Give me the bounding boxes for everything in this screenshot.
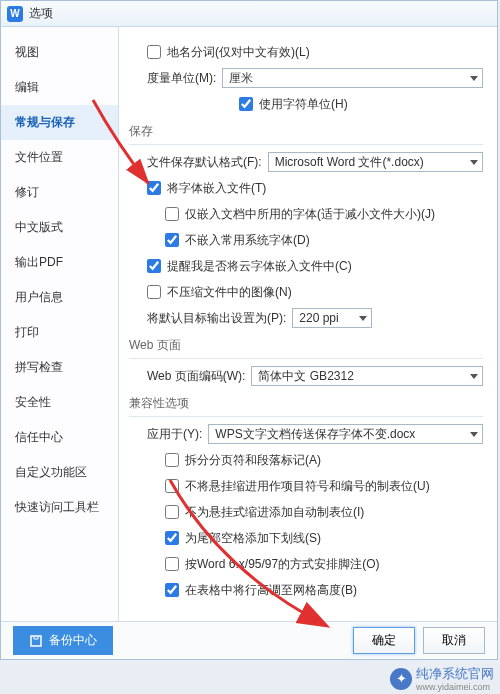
no-embed-common-checkbox[interactable] bbox=[165, 233, 179, 247]
sidebar: 视图编辑常规与保存文件位置修订中文版式输出PDF用户信息打印拼写检查安全性信任中… bbox=[1, 27, 119, 621]
watermark-url: www.yidaimei.com bbox=[416, 683, 494, 692]
section-web-title: Web 页面 bbox=[129, 337, 483, 359]
main-panel: 地名分词(仅对中文有效)(L) 度量单位(M): 厘米 使用字符单位(H) 保存… bbox=[119, 27, 497, 621]
sidebar-item[interactable]: 修订 bbox=[1, 175, 118, 210]
embed-only-used-checkbox[interactable] bbox=[165, 207, 179, 221]
sidebar-item[interactable]: 打印 bbox=[1, 315, 118, 350]
remind-cloud-checkbox[interactable] bbox=[147, 259, 161, 273]
sidebar-item[interactable]: 自定义功能区 bbox=[1, 455, 118, 490]
section-save-title: 保存 bbox=[129, 123, 483, 145]
titlebar: W 选项 bbox=[1, 1, 497, 27]
sidebar-item[interactable]: 输出PDF bbox=[1, 245, 118, 280]
compat-checkbox[interactable] bbox=[165, 453, 179, 467]
section-compat-title: 兼容性选项 bbox=[129, 395, 483, 417]
compat-label: 不将悬挂缩进用作项目符号和编号的制表位(U) bbox=[185, 478, 430, 495]
compat-label: 在表格中将行高调至网格高度(B) bbox=[185, 582, 357, 599]
default-output-select[interactable]: 220 ppi bbox=[292, 308, 372, 328]
compat-checkbox[interactable] bbox=[165, 583, 179, 597]
save-format-label: 文件保存默认格式(F): bbox=[147, 154, 262, 171]
sidebar-item[interactable]: 快速访问工具栏 bbox=[1, 490, 118, 525]
unit-select[interactable]: 厘米 bbox=[222, 68, 483, 88]
sidebar-item[interactable]: 视图 bbox=[1, 35, 118, 70]
options-dialog: W 选项 视图编辑常规与保存文件位置修订中文版式输出PDF用户信息打印拼写检查安… bbox=[0, 0, 498, 660]
watermark: ✦ 纯净系统官网 www.yidaimei.com bbox=[390, 665, 494, 692]
sidebar-item[interactable]: 用户信息 bbox=[1, 280, 118, 315]
compat-label: 拆分分页符和段落标记(A) bbox=[185, 452, 321, 469]
sidebar-item[interactable]: 信任中心 bbox=[1, 420, 118, 455]
compat-checkbox[interactable] bbox=[165, 531, 179, 545]
no-embed-common-label: 不嵌入常用系统字体(D) bbox=[185, 232, 310, 249]
dialog-footer: 备份中心 确定 取消 bbox=[1, 621, 497, 659]
place-name-split-label: 地名分词(仅对中文有效)(L) bbox=[167, 44, 310, 61]
remind-cloud-label: 提醒我是否将云字体嵌入文件中(C) bbox=[167, 258, 352, 275]
window-title: 选项 bbox=[29, 5, 53, 22]
use-char-unit-checkbox[interactable] bbox=[239, 97, 253, 111]
embed-font-checkbox[interactable] bbox=[147, 181, 161, 195]
compat-checkbox[interactable] bbox=[165, 479, 179, 493]
apply-to-select[interactable]: WPS文字文档传送保存字体不变.docx bbox=[208, 424, 483, 444]
use-char-unit-label: 使用字符单位(H) bbox=[259, 96, 348, 113]
sidebar-item[interactable]: 安全性 bbox=[1, 385, 118, 420]
cancel-button[interactable]: 取消 bbox=[423, 627, 485, 654]
sidebar-item[interactable]: 中文版式 bbox=[1, 210, 118, 245]
place-name-split-checkbox[interactable] bbox=[147, 45, 161, 59]
watermark-brand: 纯净系统官网 bbox=[416, 666, 494, 681]
backup-icon bbox=[29, 634, 43, 648]
no-compress-img-checkbox[interactable] bbox=[147, 285, 161, 299]
sidebar-item[interactable]: 拼写检查 bbox=[1, 350, 118, 385]
embed-font-label: 将字体嵌入文件(T) bbox=[167, 180, 266, 197]
sidebar-item[interactable]: 文件位置 bbox=[1, 140, 118, 175]
compat-label: 不为悬挂式缩进添加自动制表位(I) bbox=[185, 504, 364, 521]
sidebar-item[interactable]: 常规与保存 bbox=[1, 105, 118, 140]
unit-label: 度量单位(M): bbox=[147, 70, 216, 87]
ok-button[interactable]: 确定 bbox=[353, 627, 415, 654]
svg-rect-0 bbox=[31, 636, 41, 646]
apply-to-label: 应用于(Y): bbox=[147, 426, 202, 443]
web-encoding-label: Web 页面编码(W): bbox=[147, 368, 245, 385]
save-format-select[interactable]: Microsoft Word 文件(*.docx) bbox=[268, 152, 483, 172]
sidebar-item[interactable]: 编辑 bbox=[1, 70, 118, 105]
compat-checkbox[interactable] bbox=[165, 557, 179, 571]
backup-center-button[interactable]: 备份中心 bbox=[13, 626, 113, 655]
app-logo-icon: W bbox=[7, 6, 23, 22]
watermark-icon: ✦ bbox=[390, 668, 412, 690]
compat-checkbox[interactable] bbox=[165, 505, 179, 519]
no-compress-img-label: 不压缩文件中的图像(N) bbox=[167, 284, 292, 301]
web-encoding-select[interactable]: 简体中文 GB2312 bbox=[251, 366, 483, 386]
compat-label: 为尾部空格添加下划线(S) bbox=[185, 530, 321, 547]
default-output-label: 将默认目标输出设置为(P): bbox=[147, 310, 286, 327]
compat-label: 按Word 6.x/95/97的方式安排脚注(O) bbox=[185, 556, 379, 573]
embed-only-used-label: 仅嵌入文档中所用的字体(适于减小文件大小)(J) bbox=[185, 206, 435, 223]
